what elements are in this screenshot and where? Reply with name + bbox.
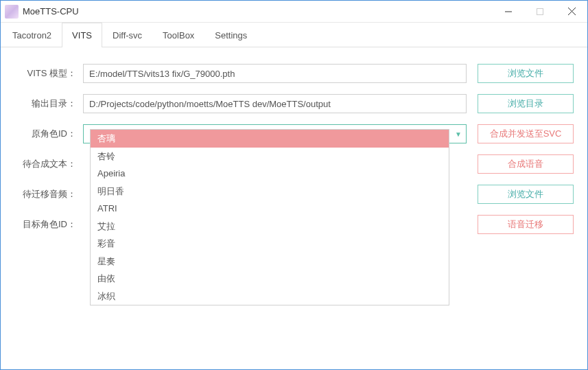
chevron-down-icon: ▼ <box>455 130 462 138</box>
dropdown-item[interactable]: 冰织 <box>91 288 449 305</box>
window-title: MoeTTS-CPU <box>23 6 493 16</box>
browse-model-button[interactable]: 浏览文件 <box>478 64 574 83</box>
tab-toolbox[interactable]: ToolBox <box>152 23 204 47</box>
browse-audio-button[interactable]: 浏览文件 <box>478 185 574 204</box>
minimize-icon <box>505 8 512 15</box>
titlebar: MoeTTS-CPU <box>1 1 587 23</box>
label-audio: 待迁移音频： <box>14 188 83 200</box>
row-output: 输出目录： 浏览目录 <box>14 94 574 113</box>
tab-settings[interactable]: Settings <box>204 23 257 47</box>
maximize-icon <box>537 8 543 15</box>
app-icon <box>5 5 19 19</box>
browse-output-button[interactable]: 浏览目录 <box>478 94 574 113</box>
input-model-path[interactable] <box>83 64 467 83</box>
label-source-char: 原角色ID： <box>14 128 83 140</box>
window-controls <box>493 1 587 22</box>
close-button[interactable] <box>556 1 587 22</box>
voice-transfer-button[interactable]: 语音迁移 <box>478 215 574 234</box>
tab-tacotron2[interactable]: Tacotron2 <box>2 23 62 47</box>
label-text: 待合成文本： <box>14 158 83 170</box>
label-target-char: 目标角色ID： <box>14 218 83 231</box>
row-model: VITS 模型： 浏览文件 <box>14 64 574 83</box>
input-output-path[interactable] <box>83 94 467 113</box>
dropdown-item[interactable]: 由依 <box>91 270 449 288</box>
dropdown-list[interactable]: 杏璃 杏铃 Apeiria 明日香 ATRI 艾拉 彩音 星奏 由依 冰织 <box>90 129 449 305</box>
synth-send-svc-button[interactable]: 合成并发送至SVC <box>478 124 574 143</box>
minimize-button[interactable] <box>493 1 524 22</box>
dropdown-item[interactable]: 杏璃 <box>91 130 449 148</box>
tab-content: VITS 模型： 浏览文件 输出目录： 浏览目录 原角色ID： ▼ 合成并发送至… <box>1 47 587 369</box>
dropdown-item[interactable]: ATRI <box>91 200 449 218</box>
close-icon <box>568 8 576 15</box>
tab-vits[interactable]: VITS <box>62 23 102 47</box>
label-output: 输出目录： <box>14 97 83 110</box>
maximize-button[interactable] <box>524 1 556 22</box>
app-window: MoeTTS-CPU Tacotron2 VITS Diff-svc ToolB… <box>0 0 588 370</box>
synth-voice-button[interactable]: 合成语音 <box>478 154 574 174</box>
dropdown-item[interactable]: 明日香 <box>91 183 449 200</box>
svg-rect-1 <box>537 8 543 14</box>
tab-diffsvc[interactable]: Diff-svc <box>102 23 152 47</box>
dropdown-item[interactable]: Apeiria <box>91 165 449 183</box>
tab-bar: Tacotron2 VITS Diff-svc ToolBox Settings <box>1 23 587 47</box>
dropdown-item[interactable]: 星奏 <box>91 253 449 270</box>
dropdown-item[interactable]: 艾拉 <box>91 218 449 235</box>
dropdown-item[interactable]: 杏铃 <box>91 148 449 165</box>
label-model: VITS 模型： <box>14 67 83 80</box>
dropdown-item[interactable]: 彩音 <box>91 235 449 253</box>
